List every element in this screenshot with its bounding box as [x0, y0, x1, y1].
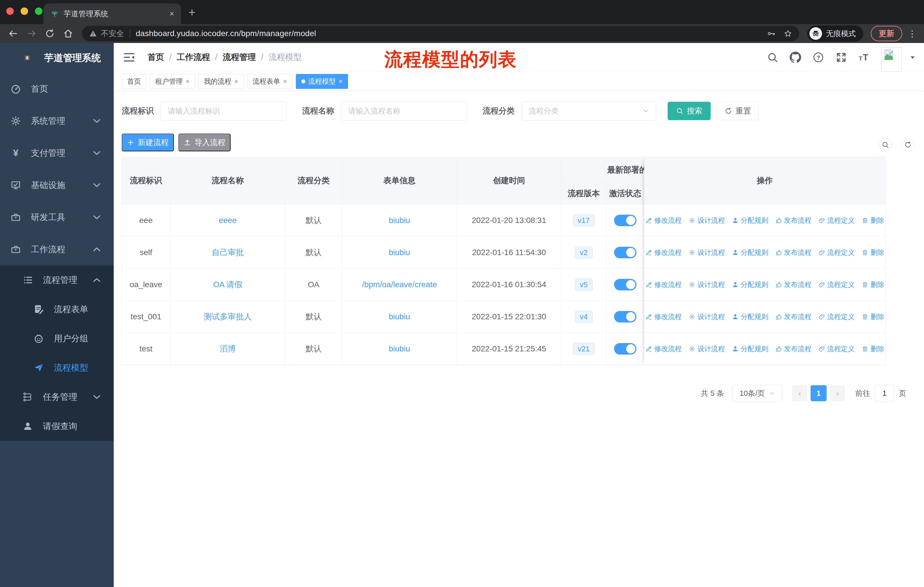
version-badge[interactable]: v21 [573, 343, 595, 355]
browser-menu-icon[interactable]: ⋮ [908, 29, 917, 39]
tab-my-process[interactable]: 我的流程× [198, 74, 244, 89]
design-process-link[interactable]: 设计流程 [688, 280, 725, 289]
github-icon[interactable] [790, 51, 801, 63]
search-icon[interactable] [767, 51, 778, 63]
process-name-link[interactable]: 滔博 [220, 343, 236, 354]
sidebar-item-process-mgmt[interactable]: 流程管理 [0, 265, 114, 294]
version-badge[interactable]: v5 [575, 279, 592, 291]
breadcrumb-item[interactable]: 首页 [147, 51, 164, 63]
browser-tab[interactable]: 芋道管理系统 × [43, 3, 181, 24]
tab-home[interactable]: 首页 [122, 74, 146, 89]
current-page-button[interactable]: 1 [810, 385, 827, 401]
fullscreen-icon[interactable] [835, 51, 847, 63]
publish-process-link[interactable]: 发布流程 [775, 248, 812, 257]
design-process-link[interactable]: 设计流程 [688, 248, 725, 257]
edit-process-link[interactable]: 修改流程 [645, 312, 682, 321]
status-toggle[interactable] [614, 247, 637, 258]
status-toggle[interactable] [614, 279, 637, 290]
sidebar-item-user-group[interactable]: 用户分组 [0, 324, 114, 353]
tab-tenant[interactable]: 租户管理× [150, 74, 195, 89]
minimize-window-button[interactable] [21, 7, 28, 15]
process-name-link[interactable]: 自己审批 [212, 247, 244, 258]
delete-link[interactable]: 删除 [861, 344, 884, 354]
update-button[interactable]: 更新 [871, 26, 902, 41]
design-process-link[interactable]: 设计流程 [688, 344, 725, 354]
assign-rule-link[interactable]: 分配规则 [732, 312, 768, 321]
home-icon[interactable] [63, 28, 73, 39]
star-bookmark-icon[interactable] [784, 29, 792, 38]
sidebar-item-devtools[interactable]: 研发工具 [0, 201, 114, 233]
process-definition-link[interactable]: 流程定义 [818, 248, 855, 257]
sidebar-item-system[interactable]: 系统管理 [0, 105, 114, 137]
key-icon[interactable] [767, 29, 776, 38]
edit-process-link[interactable]: 修改流程 [645, 248, 682, 257]
tag-close-icon[interactable]: × [283, 78, 287, 85]
tag-close-icon[interactable]: × [338, 78, 343, 85]
form-info-link[interactable]: biubiu [389, 248, 410, 257]
version-badge[interactable]: v4 [575, 311, 592, 323]
process-key-input[interactable] [161, 101, 287, 121]
process-definition-link[interactable]: 流程定义 [818, 280, 855, 289]
create-process-button[interactable]: 新建流程 [122, 134, 174, 151]
sidebar-item-workflow[interactable]: 工作流程 [0, 233, 114, 265]
delete-link[interactable]: 删除 [861, 312, 884, 321]
help-icon[interactable]: ? [813, 51, 824, 63]
assign-rule-link[interactable]: 分配规则 [732, 280, 768, 289]
forward-icon[interactable] [26, 28, 37, 39]
publish-process-link[interactable]: 发布流程 [775, 344, 812, 354]
search-button[interactable]: 搜索 [668, 102, 711, 120]
import-process-button[interactable]: 导入流程 [178, 134, 231, 151]
publish-process-link[interactable]: 发布流程 [775, 280, 812, 289]
sidebar-item-process-model[interactable]: 流程模型 [0, 353, 114, 382]
goto-page-input[interactable] [875, 385, 894, 402]
breadcrumb-item[interactable]: 工作流程 [177, 51, 210, 63]
assign-rule-link[interactable]: 分配规则 [732, 344, 768, 354]
delete-link[interactable]: 删除 [861, 248, 884, 257]
zoom-window-button[interactable] [35, 7, 42, 15]
edit-process-link[interactable]: 修改流程 [645, 280, 682, 289]
caret-down-icon[interactable] [909, 54, 916, 61]
breadcrumb-item[interactable]: 流程管理 [223, 51, 256, 63]
hamburger-icon[interactable] [123, 51, 135, 64]
refresh-icon[interactable] [901, 138, 914, 151]
search-icon[interactable] [879, 138, 892, 151]
page-size-select[interactable]: 10条/页 [732, 385, 782, 402]
reload-icon[interactable] [45, 28, 55, 39]
process-category-select[interactable]: 流程分类 [521, 101, 656, 121]
address-bar[interactable]: 不安全 dashboard.yudao.iocoder.cn/bpm/manag… [82, 26, 799, 41]
close-window-button[interactable] [6, 7, 14, 15]
process-name-link[interactable]: OA 请假 [213, 279, 243, 290]
status-toggle[interactable] [614, 343, 637, 355]
sidebar-item-home[interactable]: 首页 [0, 73, 114, 105]
delete-link[interactable]: 删除 [861, 280, 884, 289]
assign-rule-link[interactable]: 分配规则 [732, 216, 768, 225]
process-name-link[interactable]: 测试多审批人 [204, 311, 252, 322]
avatar[interactable] [881, 47, 902, 72]
process-definition-link[interactable]: 流程定义 [818, 344, 855, 354]
publish-process-link[interactable]: 发布流程 [775, 216, 812, 225]
version-badge[interactable]: v17 [573, 214, 595, 227]
back-icon[interactable] [8, 28, 18, 39]
sidebar-item-process-form[interactable]: 流程表单 [0, 294, 114, 324]
next-page-button[interactable]: › [830, 385, 845, 401]
process-definition-link[interactable]: 流程定义 [818, 312, 855, 321]
assign-rule-link[interactable]: 分配规则 [732, 248, 768, 257]
tab-process-model[interactable]: 流程模型× [296, 74, 348, 89]
sidebar-item-task-mgmt[interactable]: 任务管理 [0, 382, 114, 412]
edit-process-link[interactable]: 修改流程 [645, 216, 682, 225]
status-toggle[interactable] [614, 311, 637, 322]
new-tab-button[interactable]: + [188, 6, 196, 20]
sidebar-item-infra[interactable]: 基础设施 [0, 169, 114, 201]
form-info-link[interactable]: biubiu [389, 216, 410, 225]
design-process-link[interactable]: 设计流程 [688, 216, 725, 225]
process-name-link[interactable]: eeee [219, 216, 237, 225]
edit-process-link[interactable]: 修改流程 [645, 344, 682, 354]
tab-process-form[interactable]: 流程表单× [247, 74, 292, 89]
prev-page-button[interactable]: ‹ [792, 385, 807, 401]
status-toggle[interactable] [614, 215, 637, 226]
delete-link[interactable]: 删除 [861, 216, 884, 225]
url-text[interactable]: dashboard.yudao.iocoder.cn/bpm/manager/m… [136, 29, 759, 38]
form-info-link[interactable]: biubiu [389, 312, 410, 321]
process-name-input[interactable] [341, 101, 467, 121]
tab-close-icon[interactable]: × [170, 9, 174, 18]
